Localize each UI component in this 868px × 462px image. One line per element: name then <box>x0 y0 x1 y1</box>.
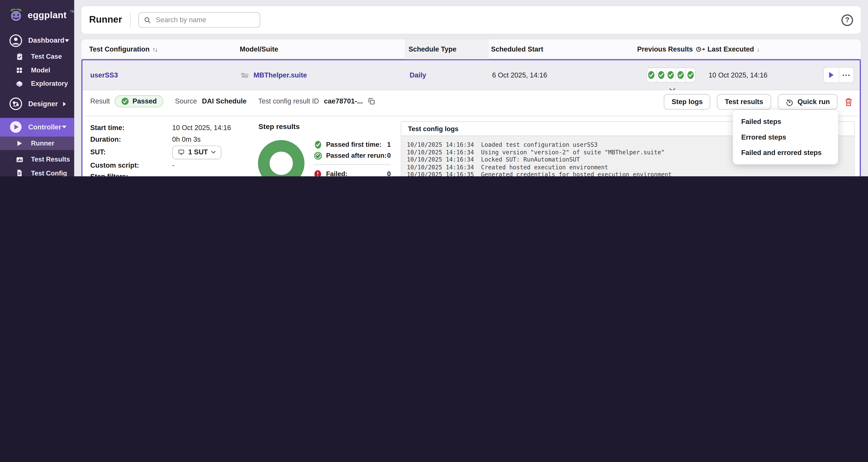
sidebar-item-runner[interactable]: Runner <box>0 136 74 150</box>
menu-item[interactable]: Failed and errored steps <box>733 145 838 160</box>
schedule-type-link[interactable]: Daily <box>406 71 490 79</box>
result-pass-icon <box>685 68 695 82</box>
sidebar-item-test-case[interactable]: Test Case <box>0 50 74 63</box>
quick-run-button[interactable]: Quick run <box>778 94 838 110</box>
sidebar-nav: DashboardTest CaseModelExploratoryDesign… <box>0 24 74 176</box>
app-window: eggplant TM DashboardTest CaseModelExplo… <box>0 0 868 176</box>
column-schedule-type[interactable]: Schedule Type <box>405 39 489 59</box>
step-results-donut-chart <box>258 140 304 176</box>
sidebar-item-label: Runner <box>31 140 54 147</box>
detail-value: - <box>172 173 175 176</box>
column-test-configuration[interactable]: Test Configuration ↑↓ <box>81 45 232 53</box>
runner-table: Test Configuration ↑↓ Model/Suite Schedu… <box>81 39 862 176</box>
sidebar-item-exploratory[interactable]: Exploratory <box>0 77 74 90</box>
sidebar-item-label: Model <box>31 66 50 74</box>
designer-icon <box>9 97 23 111</box>
table-row[interactable]: userSS3 MBThelper.suite Daily 6 Oct 2025… <box>83 60 860 90</box>
last-executed-value: 10 Oct 2025, 14:16 <box>700 71 821 79</box>
sidebar-item-label: Controller <box>28 123 61 131</box>
main-area: Runner ? Test Configuration ↑↓ Model/Sui <box>74 0 868 176</box>
chevron-right-icon <box>63 101 66 106</box>
step-results-title: Step results <box>258 122 300 130</box>
result-pass-icon <box>657 68 666 82</box>
legend-pass-rerun-icon <box>313 151 322 160</box>
result-pass-icon <box>647 68 657 82</box>
column-scheduled-start[interactable]: Scheduled Start <box>489 45 635 53</box>
copy-icon[interactable] <box>368 97 375 105</box>
sut-select-value: 1 SUT <box>188 148 208 156</box>
legend-row: Passed first time: 1 <box>313 139 391 150</box>
chevron-down-icon <box>61 125 67 129</box>
detail-row: Custom script:- <box>90 160 231 171</box>
more-actions-button[interactable] <box>839 68 854 83</box>
sidebar-item-model[interactable]: Model <box>0 63 74 77</box>
menu-item[interactable]: Errored steps <box>733 129 838 145</box>
sidebar-item-designer[interactable]: Designer <box>0 94 74 113</box>
legend-fail-icon <box>313 170 322 176</box>
result-pass-icon <box>666 68 676 82</box>
chart-box-icon <box>14 155 24 164</box>
sidebar-item-label: Dashboard <box>28 36 64 44</box>
row-actions <box>823 67 854 83</box>
brand-name: eggplant <box>28 10 66 20</box>
run-details: Start time:10 Oct 2025, 14:16Duration:0h… <box>90 122 231 176</box>
step-logs-button[interactable]: Step logs <box>664 94 710 110</box>
chevron-down-icon <box>64 38 70 42</box>
page-title: Runner <box>89 14 122 25</box>
delete-icon[interactable] <box>844 97 853 106</box>
sidebar-item-test-results[interactable]: Test Results <box>0 153 74 166</box>
legend-value: 1 <box>387 141 391 148</box>
sidebar: eggplant TM DashboardTest CaseModelExplo… <box>0 0 74 176</box>
test-results-button[interactable]: Test results <box>717 94 771 110</box>
scheduled-start-value: 6 Oct 2025, 14:16 <box>490 71 636 79</box>
page-header: Runner ? <box>81 5 862 34</box>
menu-item[interactable]: Failed steps <box>733 114 838 129</box>
sidebar-item-controller[interactable]: Controller <box>0 118 74 136</box>
sidebar-item-label: Test Config <box>31 169 67 176</box>
avatar-icon <box>9 34 23 48</box>
run-button[interactable] <box>824 68 839 83</box>
step-results-legend: Passed first time: 1 Passed after rerun:… <box>313 139 391 176</box>
result-id-label: Test config result ID <box>258 97 319 105</box>
suite-link[interactable]: MBThelper.suite <box>254 71 307 79</box>
legend-label: Failed: <box>326 170 347 176</box>
legend-row: Passed after rerun: 0 <box>313 150 391 161</box>
search-icon <box>144 16 151 24</box>
test-config-link[interactable]: userSS3 <box>83 71 233 79</box>
sidebar-item-label: Test Results <box>31 156 70 163</box>
search-input[interactable] <box>155 16 254 24</box>
clipboard-icon <box>14 52 24 61</box>
column-previous-results[interactable]: Previous Results <box>635 45 699 53</box>
play-icon <box>14 140 24 147</box>
sidebar-item-label: Designer <box>28 100 58 108</box>
sidebar-item-label: Test Case <box>31 53 62 61</box>
legend-value: 0 <box>387 152 391 159</box>
source-value: DAI Schedule <box>202 97 246 105</box>
sort-down-icon[interactable]: ↓ <box>757 46 759 53</box>
status-badge: Passed <box>115 95 163 107</box>
previous-results-badges[interactable] <box>646 68 696 83</box>
pass-check-icon <box>121 97 129 105</box>
sut-select[interactable]: 1 SUT <box>172 146 221 159</box>
grid-icon <box>14 66 24 74</box>
detail-label: Duration: <box>90 135 172 143</box>
sidebar-item-test-config[interactable]: Test Config <box>0 166 74 176</box>
legend-pass-icon <box>313 140 322 149</box>
search-box[interactable] <box>138 12 260 28</box>
detail-row: Duration:0h 0m 3s <box>90 134 231 145</box>
folder-icon <box>241 71 249 79</box>
column-model-suite[interactable]: Model/Suite <box>232 45 405 53</box>
detail-label: Step filters: <box>90 173 172 176</box>
header-divider <box>130 13 130 27</box>
detail-row: Step filters:- <box>90 171 231 176</box>
detail-value: 10 Oct 2025, 14:16 <box>172 124 231 132</box>
result-id-value: cae78701-... <box>324 97 363 105</box>
help-icon[interactable]: ? <box>841 14 853 26</box>
circle-play-icon <box>9 120 23 134</box>
sidebar-item-label: Exploratory <box>31 80 68 88</box>
sort-both-icon[interactable]: ↑↓ <box>152 46 157 53</box>
legend-divider <box>313 164 391 165</box>
sidebar-item-dashboard[interactable]: Dashboard <box>0 31 74 50</box>
column-last-executed[interactable]: Last Executed ↓ <box>699 45 820 53</box>
detail-label: Start time: <box>90 124 172 132</box>
